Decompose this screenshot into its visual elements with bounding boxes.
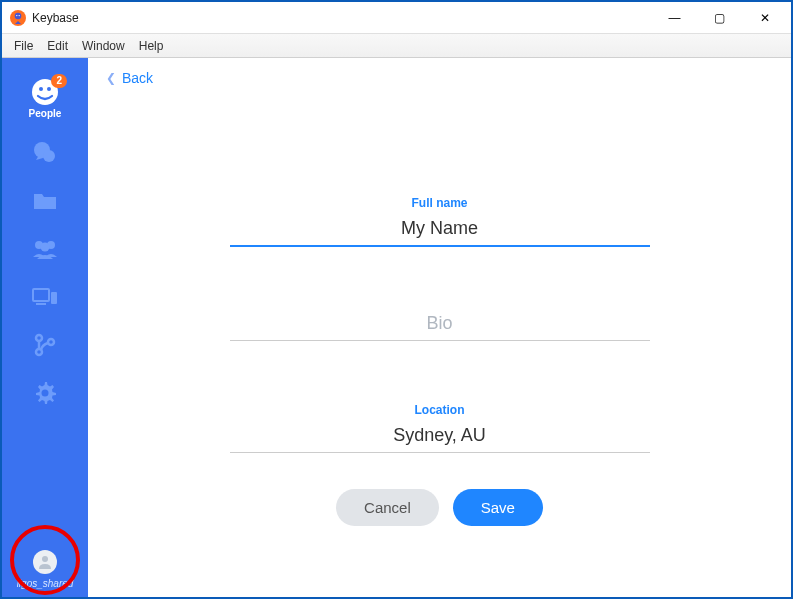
sidebar-item-settings[interactable] [2, 369, 88, 417]
svg-point-11 [41, 243, 50, 252]
fullname-input[interactable] [230, 214, 650, 247]
main-content: ❮ Back Full name Location Cancel Save [88, 58, 791, 597]
gear-icon [31, 379, 59, 407]
sidebar-item-team[interactable] [2, 225, 88, 273]
svg-point-3 [19, 14, 20, 15]
svg-point-2 [16, 14, 17, 15]
window-title: Keybase [32, 11, 79, 25]
people-badge: 2 [51, 74, 67, 88]
menu-help[interactable]: Help [133, 37, 170, 55]
window-maximize[interactable]: ▢ [697, 4, 742, 32]
people-label: People [29, 108, 62, 119]
chevron-left-icon: ❮ [106, 71, 116, 85]
svg-point-15 [36, 335, 42, 341]
folder-icon [31, 187, 59, 215]
app-icon [10, 10, 26, 26]
people-icon: 2 [31, 78, 59, 106]
sidebar-item-people[interactable]: 2 People [2, 68, 88, 129]
svg-point-5 [39, 87, 43, 91]
menubar: File Edit Window Help [2, 34, 791, 58]
git-icon [31, 331, 59, 359]
svg-point-19 [42, 556, 48, 562]
back-label: Back [122, 70, 153, 86]
svg-point-17 [48, 339, 54, 345]
sidebar-item-folder[interactable] [2, 177, 88, 225]
location-label: Location [230, 403, 650, 417]
team-icon [31, 235, 59, 263]
save-button[interactable]: Save [453, 489, 543, 526]
sidebar-username: ligos_shared [17, 578, 74, 589]
bio-input[interactable] [230, 309, 650, 341]
window-close[interactable]: ✕ [742, 4, 787, 32]
chat-icon [31, 139, 59, 167]
svg-point-18 [42, 390, 49, 397]
titlebar: Keybase — ▢ ✕ [2, 2, 791, 34]
svg-rect-14 [51, 292, 57, 304]
menu-edit[interactable]: Edit [41, 37, 74, 55]
sidebar-item-devices[interactable] [2, 273, 88, 321]
devices-icon [31, 283, 59, 311]
back-button[interactable]: ❮ Back [106, 70, 773, 86]
location-input[interactable] [230, 421, 650, 453]
menu-window[interactable]: Window [76, 37, 131, 55]
svg-point-6 [47, 87, 51, 91]
sidebar-item-chat[interactable] [2, 129, 88, 177]
window-minimize[interactable]: — [652, 4, 697, 32]
svg-rect-12 [33, 289, 49, 301]
svg-point-1 [15, 12, 22, 19]
fullname-label: Full name [230, 196, 650, 210]
svg-point-8 [43, 150, 55, 162]
sidebar: 2 People [2, 58, 88, 597]
user-avatar-icon [33, 550, 57, 574]
menu-file[interactable]: File [8, 37, 39, 55]
sidebar-item-git[interactable] [2, 321, 88, 369]
cancel-button[interactable]: Cancel [336, 489, 439, 526]
sidebar-user[interactable]: ligos_shared [2, 550, 88, 597]
